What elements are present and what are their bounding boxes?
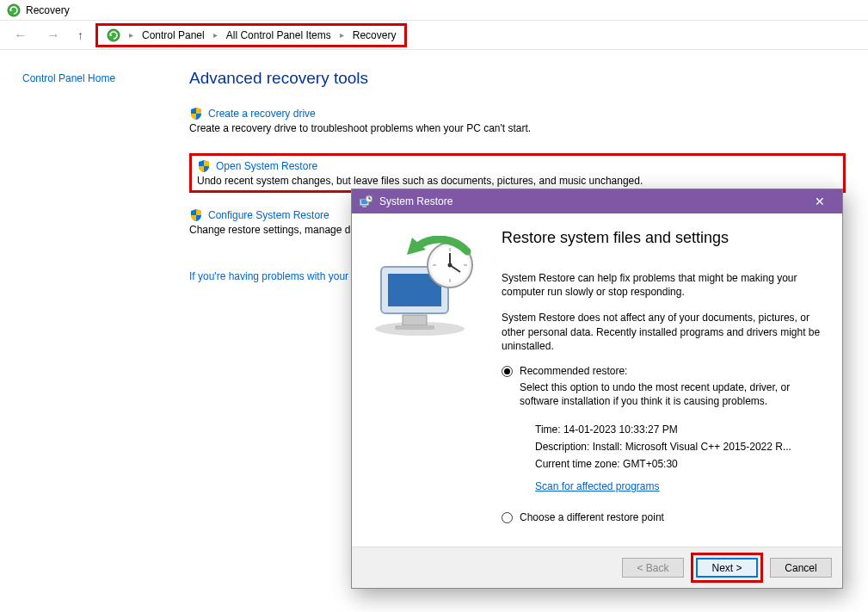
- radio-icon: [502, 366, 513, 377]
- breadcrumb-item[interactable]: All Control Panel Items: [226, 29, 331, 41]
- dialog-title: System Restore: [379, 195, 452, 207]
- next-button-highlight: Next >: [691, 553, 763, 583]
- radio-description: Select this option to undo the most rece…: [520, 380, 827, 408]
- dialog-titlebar[interactable]: System Restore ✕: [352, 189, 842, 213]
- create-recovery-drive-link[interactable]: Create a recovery drive: [208, 108, 316, 120]
- breadcrumb-item[interactable]: Recovery: [353, 29, 397, 41]
- chevron-right-icon: ▸: [335, 30, 349, 40]
- svg-point-0: [8, 4, 20, 16]
- close-icon: ✕: [815, 195, 825, 208]
- chevron-right-icon: ▸: [208, 30, 223, 40]
- window-titlebar: Recovery: [0, 0, 868, 21]
- radio-recommended-restore[interactable]: Recommended restore: Select this option …: [502, 365, 827, 503]
- tool-create-recovery-drive: Create a recovery drive Create a recover…: [189, 107, 846, 134]
- configure-system-restore-link[interactable]: Configure System Restore: [208, 209, 329, 221]
- breadcrumb: ▸ Control Panel ▸ All Control Panel Item…: [95, 23, 407, 47]
- dialog-icon-column: [360, 229, 496, 540]
- up-arrow-icon[interactable]: ↑: [74, 27, 87, 44]
- restore-point-details: Time: 14-01-2023 10:33:27 PM Description…: [520, 423, 827, 492]
- window-title: Recovery: [26, 4, 70, 16]
- forward-arrow-icon[interactable]: →: [41, 26, 65, 45]
- chevron-right-icon: ▸: [124, 30, 139, 40]
- shield-icon: [189, 107, 203, 121]
- restore-timezone: Current time zone: GMT+05:30: [535, 458, 827, 470]
- help-link[interactable]: If you're having problems with your: [189, 270, 348, 282]
- restore-time: Time: 14-01-2023 10:33:27 PM: [535, 423, 827, 436]
- next-button[interactable]: Next >: [696, 558, 758, 578]
- radio-label: Choose a different restore point: [520, 511, 827, 523]
- dialog-heading: Restore system files and settings: [502, 229, 827, 247]
- close-button[interactable]: ✕: [804, 189, 835, 213]
- dialog-paragraph: System Restore can help fix problems tha…: [502, 271, 827, 299]
- shield-icon: [197, 159, 211, 173]
- restore-icon: [359, 195, 372, 208]
- tool-desc: Create a recovery drive to troubleshoot …: [189, 122, 846, 134]
- navbar: ← → ↑ ▸ Control Panel ▸ All Control Pane…: [0, 21, 868, 50]
- radio-label: Recommended restore:: [520, 365, 827, 377]
- recovery-icon: [7, 3, 21, 17]
- open-system-restore-link[interactable]: Open System Restore: [216, 160, 317, 172]
- shield-icon: [189, 208, 203, 222]
- radio-icon: [502, 512, 513, 523]
- tool-desc: Undo recent system changes, but leave fi…: [197, 175, 838, 187]
- system-restore-dialog: System Restore ✕ Restore s: [351, 189, 843, 589]
- dialog-paragraph: System Restore does not affect any of yo…: [502, 311, 827, 353]
- sidebar: Control Panel Home: [22, 67, 177, 282]
- breadcrumb-item[interactable]: Control Panel: [142, 29, 205, 41]
- back-arrow-icon[interactable]: ←: [9, 26, 33, 45]
- svg-rect-10: [395, 325, 434, 330]
- system-restore-illustration-icon: [364, 236, 484, 339]
- tool-open-system-restore: Open System Restore Undo recent system c…: [189, 153, 846, 193]
- back-button: < Back: [622, 558, 684, 578]
- cancel-button[interactable]: Cancel: [770, 558, 832, 578]
- svg-point-1: [108, 29, 120, 41]
- control-panel-home-link[interactable]: Control Panel Home: [22, 72, 115, 84]
- page-title: Advanced recovery tools: [189, 69, 846, 88]
- svg-rect-4: [362, 206, 366, 207]
- svg-rect-9: [403, 315, 427, 325]
- dialog-text-column: Restore system files and settings System…: [496, 229, 827, 540]
- dialog-body: Restore system files and settings System…: [352, 213, 842, 547]
- radio-different-restore-point[interactable]: Choose a different restore point: [502, 511, 827, 523]
- dialog-footer: < Back Next > Cancel: [352, 547, 842, 588]
- recovery-icon: [107, 28, 120, 42]
- restore-description: Description: Install: Microsoft Visual C…: [535, 441, 827, 453]
- scan-affected-programs-link[interactable]: Scan for affected programs: [535, 480, 660, 492]
- svg-point-19: [448, 263, 452, 268]
